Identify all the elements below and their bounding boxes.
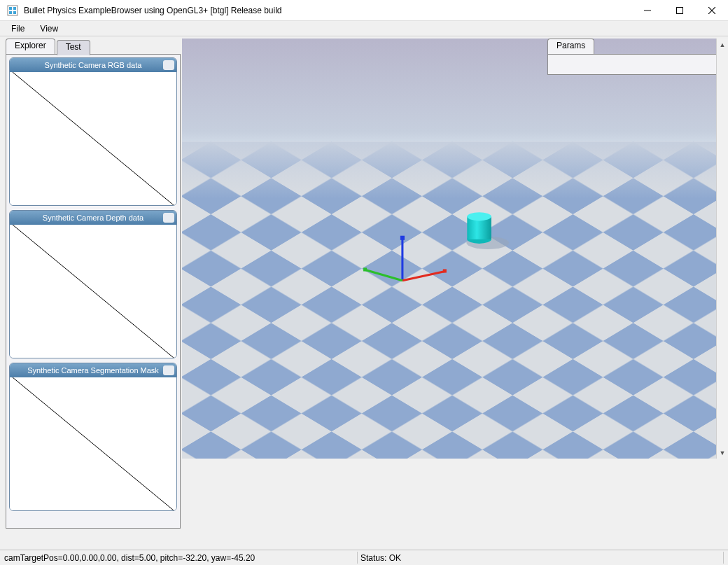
explorer-panel: Synthetic Camera RGB data Synthetic Came… xyxy=(6,54,181,529)
status-divider xyxy=(357,552,358,564)
params-panel xyxy=(547,54,722,75)
svg-line-23 xyxy=(13,377,174,510)
svg-rect-2 xyxy=(13,7,16,10)
card-depth-collapse[interactable] xyxy=(163,213,174,223)
card-seg-title: Synthetic Camera Segmentation Mask xyxy=(27,366,159,375)
minimize-button[interactable] xyxy=(631,0,664,20)
titlebar: Bullet Physics ExampleBrowser using Open… xyxy=(0,0,728,21)
left-panel: Explorer Test Synthetic Camera RGB data … xyxy=(6,39,181,529)
card-rgb-body xyxy=(10,72,176,205)
svg-rect-1 xyxy=(9,7,12,10)
svg-rect-4 xyxy=(13,11,16,14)
card-rgb: Synthetic Camera RGB data xyxy=(9,57,177,206)
cyan-cylinder xyxy=(467,212,491,244)
menubar: File View xyxy=(0,21,728,36)
card-depth: Synthetic Camera Depth data xyxy=(9,210,177,358)
card-seg-body xyxy=(10,377,176,510)
card-seg-collapse[interactable] xyxy=(163,365,174,375)
app-icon xyxy=(7,5,18,16)
card-seg: Synthetic Camera Segmentation Mask xyxy=(9,363,177,511)
tab-params[interactable]: Params xyxy=(547,39,594,54)
status-ok: Status: OK xyxy=(360,553,401,563)
scroll-down-button[interactable]: ▼ xyxy=(717,447,728,459)
card-rgb-title: Synthetic Camera RGB data xyxy=(45,61,142,69)
client-area: Explorer Test Synthetic Camera RGB data … xyxy=(0,36,728,550)
right-panel: Params xyxy=(547,39,722,459)
left-tabstrip: Explorer Test xyxy=(6,39,181,54)
statusbar: camTargetPos=0.00,0.00,0.00, dist=5.00, … xyxy=(0,550,728,565)
vertical-scrollbar[interactable]: ▲ ▼ xyxy=(716,39,728,459)
right-tabstrip: Params xyxy=(547,39,722,54)
svg-rect-3 xyxy=(9,11,12,14)
svg-rect-17 xyxy=(363,267,367,271)
card-depth-head[interactable]: Synthetic Camera Depth data xyxy=(10,211,176,225)
maximize-button[interactable] xyxy=(664,0,696,20)
card-seg-head[interactable]: Synthetic Camera Segmentation Mask xyxy=(10,363,176,377)
svg-line-22 xyxy=(13,225,174,358)
svg-rect-16 xyxy=(443,269,447,272)
window-title: Bullet Physics ExampleBrowser using Open… xyxy=(24,6,631,15)
menu-view[interactable]: View xyxy=(33,22,65,35)
scroll-up-button[interactable]: ▲ xyxy=(717,39,728,50)
close-button[interactable] xyxy=(696,0,728,20)
svg-point-20 xyxy=(467,212,491,221)
svg-rect-15 xyxy=(400,236,405,240)
card-depth-body xyxy=(10,225,176,358)
status-divider-2 xyxy=(723,552,724,564)
tab-test[interactable]: Test xyxy=(57,40,90,55)
svg-rect-6 xyxy=(677,7,683,13)
svg-line-21 xyxy=(13,72,174,205)
card-depth-title: Synthetic Camera Depth data xyxy=(43,214,144,222)
window-controls xyxy=(631,0,728,20)
card-rgb-head[interactable]: Synthetic Camera RGB data xyxy=(10,58,176,72)
card-rgb-collapse[interactable] xyxy=(163,60,174,70)
status-camera: camTargetPos=0.00,0.00,0.00, dist=5.00, … xyxy=(0,553,255,563)
tab-explorer[interactable]: Explorer xyxy=(6,39,55,54)
menu-file[interactable]: File xyxy=(4,22,31,35)
